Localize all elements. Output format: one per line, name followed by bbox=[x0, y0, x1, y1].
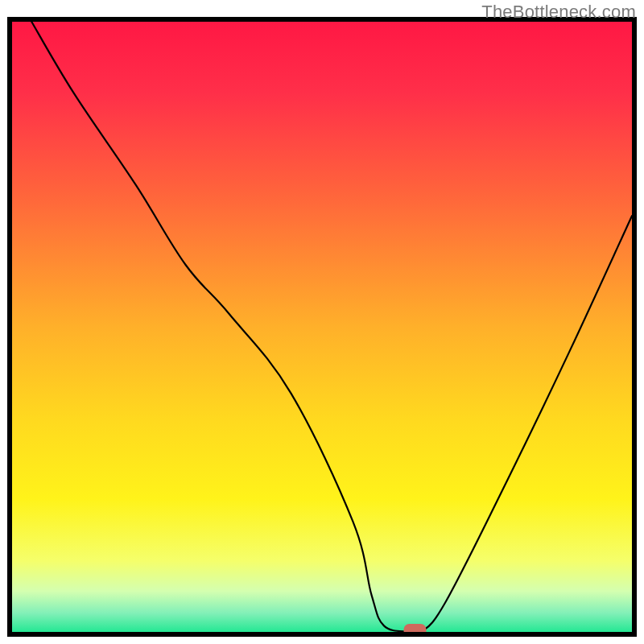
bottleneck-chart bbox=[0, 0, 644, 644]
gradient-background bbox=[10, 19, 634, 634]
chart-container: TheBottleneck.com bbox=[0, 0, 644, 644]
watermark-text: TheBottleneck.com bbox=[481, 2, 636, 23]
